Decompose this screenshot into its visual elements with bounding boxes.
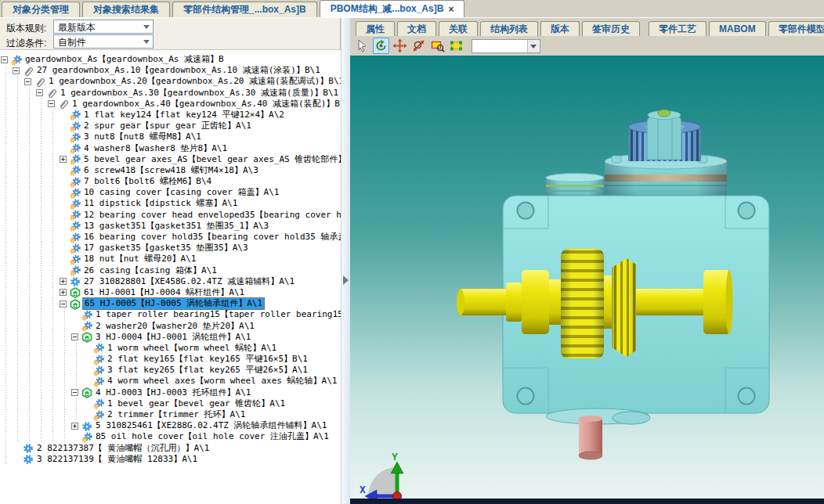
tree-item-label[interactable]: 3 HJ-0004【HJ-0001 涡轮组件】A\1 xyxy=(94,332,252,343)
collapse-toggle[interactable] xyxy=(70,387,81,398)
tree-item[interactable]: 4 worm wheel axes【worm wheel axes 蜗轮轴】A\… xyxy=(0,376,341,387)
tree-item[interactable]: 13 gasket351【gasket351 垫圈35_1】A\3 xyxy=(0,221,341,232)
zoom-dynamic-button[interactable] xyxy=(410,38,427,54)
detail-tab-8[interactable]: 零部件模型 xyxy=(768,21,824,36)
tree-item[interactable]: 2 flat key165【flat key165 平键16×5】B\1 xyxy=(0,354,341,365)
expand-toggle[interactable] xyxy=(59,276,69,287)
collapse-toggle[interactable] xyxy=(47,99,57,110)
tree-item-label[interactable]: 6 screw418【screw418 螺钉M4×18】A\3 xyxy=(82,165,260,176)
tree-item-label[interactable]: 3 nut8【nut8 螺母M8】A\1 xyxy=(82,131,203,142)
tree-item-label[interactable]: 1 geardownbox_As.40【geardownbox_As.40 减速… xyxy=(70,99,341,110)
tree-item[interactable]: 2 822137387【 黄油嘴帽（沉孔用）】A\1 xyxy=(0,443,341,454)
tree-item[interactable]: 1 bevel gear【bevel gear 锥齿轮】A\1 xyxy=(0,398,341,409)
tree-item-label[interactable]: 3 flat key265【flat key265 平键26×5】A\1 xyxy=(106,365,309,376)
tree-item-label[interactable]: 16 bearing cover hold35【bearing cover ho… xyxy=(82,232,341,243)
detail-tab-6[interactable]: 零件工艺 xyxy=(649,21,707,36)
splitter-collapse-icon[interactable] xyxy=(343,275,349,285)
tree-item-label[interactable]: 26 casing【casing 箱体】A\1 xyxy=(82,265,219,276)
tree-item[interactable]: 7 bolt6【bolt6 螺栓M6】B\4 xyxy=(0,176,341,187)
detail-tab-3[interactable]: 结构列表 xyxy=(480,21,538,36)
detail-tab-1[interactable]: 文档 xyxy=(397,21,436,36)
tree-item-label[interactable]: 4 washer8【washer8 垫片8】A\1 xyxy=(82,143,229,154)
tree-item[interactable]: 85 oil hole cover【oil hole cover 注油孔盖】A\… xyxy=(0,431,341,442)
tree-item-label[interactable]: 1 worm wheel【worm wheel 蜗轮】A\1 xyxy=(106,343,278,354)
tree-item-label[interactable]: 7 bolt6【bolt6 螺栓M6】B\4 xyxy=(82,176,213,187)
tree-item[interactable]: 1 flat key124【flat key124 平键12×4】A\2 xyxy=(0,110,341,121)
tree-item-label[interactable]: 2 flat key165【flat key165 平键16×5】B\1 xyxy=(106,354,309,365)
tree-item-label[interactable]: 2 trimmer【trimmer 托环】A\1 xyxy=(106,409,247,420)
tree-item[interactable]: 3 nut8【nut8 螺母M8】A\1 xyxy=(0,131,341,142)
pan-button[interactable] xyxy=(392,38,408,54)
panel-splitter[interactable] xyxy=(341,18,350,504)
tree-item[interactable]: 3 822137139【 黄油嘴帽 12833】A\1 xyxy=(0,454,341,465)
window-tab-2[interactable]: 零部件结构管理_...box_As]B xyxy=(172,2,317,17)
collapse-toggle[interactable] xyxy=(12,65,22,76)
tree-item-label[interactable]: 85 oil hole cover【oil hole cover 注油孔盖】A\… xyxy=(94,431,331,442)
tree-item[interactable]: 11 dipstick【dipstick 螺塞】A\1 xyxy=(0,198,341,209)
collapse-toggle[interactable] xyxy=(35,88,45,99)
collapse-toggle[interactable] xyxy=(0,54,10,65)
tree-item[interactable]: 18 nut【nut 螺母20】A\1 xyxy=(0,254,341,265)
expand-toggle[interactable] xyxy=(59,154,69,165)
tree-item-label[interactable]: 1 geardownbox_As.30【geardownbox_As.30 减速… xyxy=(59,88,340,99)
tree-item-label[interactable]: 3 822137139【 黄油嘴帽 12833】A\1 xyxy=(35,454,199,465)
tree-item-label[interactable]: 13 gasket351【gasket351 垫圈35_1】A\3 xyxy=(82,221,270,232)
collapse-toggle[interactable] xyxy=(59,298,69,309)
tree-item-label[interactable]: 5 bevel gear axes_AS【bevel gear axes_AS … xyxy=(82,154,341,165)
version-rule-select[interactable]: 最新版本 xyxy=(53,20,154,34)
tree-item-label[interactable]: 2 spur gear【spur gear 正齿轮】A\1 xyxy=(82,121,253,131)
tree-item-label[interactable]: 1 flat key124【flat key124 平键12×4】A\2 xyxy=(82,110,286,121)
tree-item-label[interactable]: 1 geardownbox_As.20【geardownbox_As.20 减速… xyxy=(47,76,341,87)
tree-item-label[interactable]: 5 310825461【XE288G.02.4TZ 涡轮轴承组件辅料】A\1 xyxy=(94,420,328,431)
window-tab-0[interactable]: 对象分类管理 xyxy=(2,2,80,17)
tree-item[interactable]: 61 HJ-0001【HJ-0004 蜗杆组件】A\1 xyxy=(0,287,341,298)
tree-item-label[interactable]: 10 casing cover【casing cover 箱盖】A\1 xyxy=(82,187,280,198)
window-tab-3[interactable]: PBOM结构_减...box_As]B× xyxy=(320,0,465,17)
tree-item[interactable]: 12 bearing cover head enveloped35【bearin… xyxy=(0,210,341,221)
tree-item-label-selected[interactable]: 65 HJ-0005【HJ-0005 涡轮轴承组件】A\1 xyxy=(82,297,265,310)
tree-item[interactable]: 27 310828801【XE458G.02.4TZ 减速箱辅料】A\1 xyxy=(0,276,341,287)
tree-item[interactable]: 4 HJ-0003【HJ-0003 托环组件】A\1 xyxy=(0,387,341,398)
tree-item[interactable]: 3 flat key265【flat key265 平键26×5】A\1 xyxy=(0,365,341,376)
tree-item[interactable]: 1 geardownbox_As.40【geardownbox_As.40 减速… xyxy=(0,99,341,110)
tree-item-label[interactable]: 4 HJ-0003【HJ-0003 托环组件】A\1 xyxy=(94,387,252,398)
tree-item[interactable]: 5 310825461【XE288G.02.4TZ 涡轮轴承组件辅料】A\1 xyxy=(0,420,341,431)
close-icon[interactable]: × xyxy=(448,4,454,15)
tree-item[interactable]: 3 HJ-0004【HJ-0001 涡轮组件】A\1 xyxy=(0,332,341,343)
select-cursor-button[interactable] xyxy=(354,38,370,54)
detail-tab-7[interactable]: MABOM xyxy=(709,21,766,36)
tree-item[interactable]: 2 washer20【washer20 垫片20】A\1 xyxy=(0,321,341,332)
collapse-toggle[interactable] xyxy=(70,332,81,343)
window-tab-1[interactable]: 对象搜索结果集 xyxy=(82,2,170,17)
tree-item-label[interactable]: 12 bearing cover head enveloped35【bearin… xyxy=(82,210,341,221)
tree-item-label[interactable]: 1 bevel gear【bevel gear 锥齿轮】A\1 xyxy=(106,398,287,409)
tree-item[interactable]: 6 screw418【screw418 螺钉M4×18】A\3 xyxy=(0,165,341,176)
tree-item[interactable]: 4 washer8【washer8 垫片8】A\1 xyxy=(0,143,341,154)
tree-item[interactable]: 17 gasket35【gasket35 垫圈35】A\3 xyxy=(0,243,341,254)
tree-item[interactable]: geardownbox_As【geardownbox_As 减速箱】B xyxy=(0,54,341,65)
tree-item[interactable]: 65 HJ-0005【HJ-0005 涡轮轴承组件】A\1 xyxy=(0,298,341,309)
view-select[interactable] xyxy=(472,39,540,53)
tree-item[interactable]: 1 geardownbox_As.20【geardownbox_As.20 减速… xyxy=(0,76,341,87)
tree-item[interactable]: 2 trimmer【trimmer 托环】A\1 xyxy=(0,409,341,420)
tree-item-label[interactable]: 27 310828801【XE458G.02.4TZ 减速箱辅料】A\1 xyxy=(82,276,296,287)
rotate-button[interactable] xyxy=(373,38,389,54)
tree-item-label[interactable]: 18 nut【nut 螺母20】A\1 xyxy=(82,254,197,265)
tree-item-label[interactable]: 4 worm wheel axes【worm wheel axes 蜗轮轴】A\… xyxy=(106,376,338,387)
detail-tab-4[interactable]: 版本 xyxy=(540,21,580,36)
detail-tab-5[interactable]: 签审历史 xyxy=(582,21,640,36)
expand-toggle[interactable] xyxy=(70,420,81,431)
tree-item-label[interactable]: 17 gasket35【gasket35 垫圈35】A\3 xyxy=(82,243,250,254)
tree-item[interactable]: 1 worm wheel【worm wheel 蜗轮】A\1 xyxy=(0,343,341,354)
tree-item-label[interactable]: 2 washer20【washer20 垫片20】A\1 xyxy=(94,321,256,332)
tree-item-label[interactable]: 2 822137387【 黄油嘴帽（沉孔用）】A\1 xyxy=(35,443,211,454)
detail-tab-0[interactable]: 属性 xyxy=(356,21,395,36)
zoom-window-button[interactable] xyxy=(429,38,446,54)
detail-tab-2[interactable]: 关联 xyxy=(439,21,478,36)
tree-item[interactable]: 5 bevel gear axes_AS【bevel gear axes_AS … xyxy=(0,154,341,165)
tree-item[interactable]: 1 taper roller bearing15【taper roller be… xyxy=(0,309,341,320)
tree-item[interactable]: 26 casing【casing 箱体】A\1 xyxy=(0,265,341,276)
tree-item-label[interactable]: 1 taper roller bearing15【taper roller be… xyxy=(94,309,341,320)
tree-item-label[interactable]: 27 geardownbox_As.10【geardownbox_As.10 减… xyxy=(35,65,322,76)
tree-item-label[interactable]: geardownbox_As【geardownbox_As 减速箱】B xyxy=(23,54,226,65)
